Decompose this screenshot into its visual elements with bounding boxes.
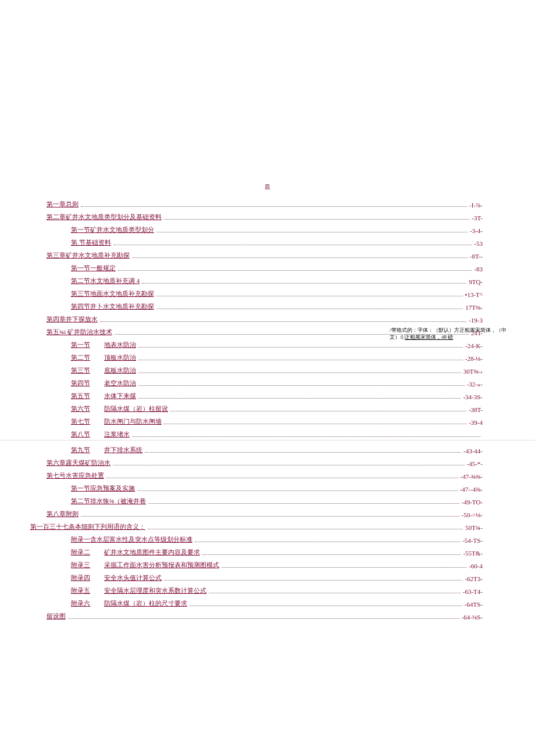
leader-dots <box>222 567 466 568</box>
toc-section-num[interactable]: 第三节 <box>71 366 90 375</box>
toc-section-num[interactable]: 附录五 <box>71 586 90 595</box>
toc-section-num[interactable]: 第八节 <box>71 430 90 439</box>
toc-entry-label[interactable]: 第七号水害应急处置 <box>47 471 104 480</box>
toc-row: 附录二矿井水文地质图件主要内容及要求-55T&- <box>47 544 483 557</box>
toc-page-ref: -83 <box>474 266 483 273</box>
toc-entry-label[interactable]: 第一节矿井水文地质类型划分 <box>71 225 154 234</box>
toc-page-ref: -47--4⅜- <box>460 486 483 493</box>
toc-page-ref: -24-K- <box>465 342 483 349</box>
toc-row: 第八节注浆堵水 <box>47 426 483 439</box>
toc-section-title[interactable]: 安全水头值计算公式 <box>104 574 162 582</box>
leader-dots <box>106 478 458 478</box>
toc-section-num[interactable]: 附录四 <box>71 574 90 582</box>
toc-row: 第二节顶板水防治-28-⅛- <box>47 349 483 362</box>
toc-section-num[interactable]: 第七节 <box>71 417 90 426</box>
leader-dots <box>170 411 466 411</box>
separator-line <box>0 440 535 440</box>
toc-row: 第三节地面水文地质补充勘探•13-T^ <box>47 285 483 298</box>
leader-dots <box>118 270 472 271</box>
toc-section-num[interactable]: 第四节 <box>71 379 90 388</box>
table-of-contents: 第一章总则-I-⅞-第二章矿井水文地质类型划分及基础资料-3T-第一节矿井水文地… <box>0 196 535 621</box>
toc-row: 第一节应急预案及实施-47--4⅜- <box>47 480 483 493</box>
toc-section-num[interactable]: 第二节 <box>71 353 90 362</box>
leader-dots <box>138 360 463 360</box>
toc-row: 第一百三十七条本细则下列用语的含义：50T¾- <box>30 518 483 531</box>
toc-row: 附录三采掘工作面水害分析预报表和预测图模式-60-4 <box>47 557 483 569</box>
leader-dots <box>113 465 465 465</box>
toc-entry-label[interactable]: 第五¾i 矿井防治水技术 <box>47 328 112 336</box>
toc-section-title[interactable]: 水体下来煤 <box>104 392 136 400</box>
toc-section-num[interactable]: 附录二 <box>71 548 90 557</box>
leader-dots <box>209 593 461 593</box>
toc-section-num[interactable]: 第五节 <box>71 392 90 400</box>
leader-dots <box>138 385 465 386</box>
toc-entry-label[interactable]: 第四节井卜水文地质补充勘探 <box>71 302 154 311</box>
toc-row: 第一节一般规定-83 <box>47 260 483 273</box>
toc-page-ref: 50T¾- <box>465 524 483 531</box>
format-note-link: 正粗黑宋简体，48 磅 <box>405 334 453 340</box>
toc-entry-label[interactable]: 第一章总则 <box>47 200 79 209</box>
leader-dots <box>68 618 459 619</box>
toc-entry-label[interactable]: 第六章露天煤矿防治水 <box>47 458 110 467</box>
toc-row: 附录五安全隔水层理度和突水系数计算公式-63-T4- <box>47 582 483 595</box>
toc-page-ref: -64TS- <box>465 601 483 608</box>
toc-section-title[interactable]: 地表水防治 <box>104 341 136 349</box>
leader-dots <box>190 605 462 606</box>
toc-entry-label[interactable]: 第一百三十七条本细则下列用语的含义： <box>30 522 145 531</box>
toc-row: 第七节防水闸门与防水闸墙-39-4 <box>47 413 483 426</box>
leader-dots <box>195 542 460 542</box>
toc-section-title[interactable]: 注浆堵水 <box>104 430 130 439</box>
toc-row: 第九节井下排水系统-43-44- <box>47 442 483 454</box>
toc-section-title[interactable]: 采掘工作面水害分析预报表和预测图模式 <box>104 561 219 569</box>
toc-page-ref: -43-44- <box>463 447 483 454</box>
toc-section-title[interactable]: 矿井水文地质图件主要内容及要求 <box>104 548 200 557</box>
leader-dots <box>156 296 463 296</box>
toc-row: 第三节底板水防治30T⅜-› <box>47 362 483 375</box>
leader-dots <box>164 219 469 220</box>
toc-page-ref: -55T&- <box>463 550 483 557</box>
toc-page-ref: -64-⅛S- <box>462 614 483 621</box>
leader-dots <box>202 554 461 555</box>
toc-entry-label[interactable]: 第八章附则 <box>47 510 79 518</box>
toc-section-num[interactable]: 第六节 <box>71 404 90 413</box>
toc-entry-label[interactable]: 第四章井下探放水 <box>47 315 98 324</box>
leader-dots <box>100 321 466 322</box>
leader-dots <box>81 516 459 517</box>
leader-dots <box>138 347 463 347</box>
format-note: /带格式的：字体：（默认）方正粗黑宋简体，（中文）/[/正粗黑宋简体，48 磅 <box>390 327 518 341</box>
toc-section-title[interactable]: 老空水防治 <box>104 379 136 388</box>
toc-row: 留设图-64-⅛S- <box>47 608 483 621</box>
toc-entry-label[interactable]: 第二节排水恢⅜（被淹井巷 <box>71 497 146 506</box>
leader-dots <box>138 372 461 373</box>
leader-dots <box>156 309 463 309</box>
leader-dots <box>132 436 480 437</box>
toc-section-title[interactable]: 井下排水系统 <box>104 446 142 454</box>
toc-section-title[interactable]: 防隔水煤（岩）柱的尺寸要求 <box>104 599 187 608</box>
toc-section-title[interactable]: 顶板水防治 <box>104 353 136 362</box>
toc-row: 第一节矿井水文地质类型划分-3-4- <box>47 221 483 234</box>
toc-section-title[interactable]: 安全隔水层理度和突水系数计算公式 <box>104 586 206 595</box>
toc-row: 附录四安全水头值计算公式-62T3- <box>47 569 483 582</box>
leader-dots <box>81 206 467 207</box>
toc-entry-label[interactable]: 第.节基础资料 <box>71 238 111 247</box>
toc-section-title[interactable]: 防水闸门与防水闸墙 <box>104 417 162 426</box>
toc-entry-label[interactable]: 第一节一般规定 <box>71 264 116 273</box>
toc-entry-label[interactable]: 第三节地面水文地质补充勘探 <box>71 289 154 298</box>
toc-entry-label[interactable]: 第三章矿井水文地质补充勘探 <box>47 251 130 260</box>
toc-row: 第二章矿井水文地质类型划分及基础资料-3T- <box>47 209 483 221</box>
toc-page-ref: -34-3S- <box>463 393 483 400</box>
toc-section-num[interactable]: 附录三 <box>71 561 90 569</box>
toc-section-title[interactable]: 防隔水煤（岩）柱留设 <box>104 404 168 413</box>
toc-section-title[interactable]: 底板水防治 <box>104 366 136 375</box>
toc-section-num[interactable]: 第九节 <box>71 446 90 454</box>
toc-page-ref: -39-4 <box>469 419 483 426</box>
toc-page-ref: -19-3 <box>469 317 483 324</box>
toc-section-num[interactable]: 附录六 <box>71 599 90 608</box>
toc-entry-label[interactable]: 第二节水文地质补充调 4 <box>71 277 140 285</box>
toc-section-num[interactable]: 第一节 <box>71 341 90 349</box>
toc-entry-label[interactable]: 第一节应急预案及实施 <box>71 484 135 493</box>
toc-entry-label[interactable]: 附录一含水层富水性及突水点等级划分标准 <box>71 535 192 544</box>
toc-entry-label[interactable]: 第二章矿井水文地质类型划分及基础资料 <box>47 213 162 221</box>
toc-page-ref: -32-»- <box>467 381 483 388</box>
toc-entry-label[interactable]: 留设图 <box>47 612 66 621</box>
